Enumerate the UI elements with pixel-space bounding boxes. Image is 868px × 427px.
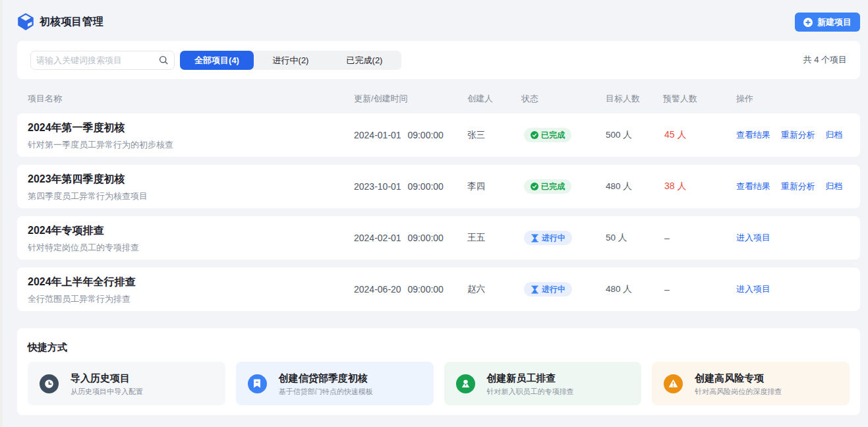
- table-row: 2024年专项排查 针对特定岗位员工的专项排查 2024-02-01 09:00…: [17, 216, 860, 260]
- shortcut-grid: 导入历史项目 从历史项目中导入配置 创建信贷部季度初核 基于信贷部门特点的快速模…: [28, 362, 850, 405]
- table-row: 2023年第四季度初核 第四季度员工异常行为核查项目 2023-10-01 09…: [17, 165, 860, 208]
- shortcut-import-history[interactable]: 导入历史项目 从历史项目中导入配置: [28, 362, 225, 405]
- cell-actions: 查看结果 重新分析 归档: [736, 129, 850, 141]
- check-circle-icon: [531, 183, 538, 190]
- new-project-label: 新建项目: [817, 16, 852, 28]
- hourglass-icon: [531, 285, 539, 294]
- shortcut-title: 导入历史项目: [71, 372, 143, 385]
- user-icon: [456, 374, 475, 393]
- action-view-results[interactable]: 查看结果: [736, 130, 770, 140]
- shortcut-title: 创建新员工排查: [487, 372, 574, 385]
- cell-target: 500 人: [606, 129, 663, 141]
- cell-target: 50 人: [606, 232, 663, 244]
- col-header-actions: 操作: [736, 93, 850, 105]
- shortcut-text: 导入历史项目 从历史项目中导入配置: [71, 372, 143, 397]
- shortcuts-title: 快捷方式: [28, 341, 850, 354]
- action-reanalyze[interactable]: 重新分析: [781, 181, 815, 191]
- cell-time: 2024-06-20 09:00:00: [354, 284, 467, 295]
- cell-creator: 张三: [467, 129, 521, 141]
- page-container: 初核项目管理 新建项目 全部项目(4) 进行中(2) 已完成(2) 共 4 个项…: [17, 13, 860, 415]
- shortcut-desc: 针对新入职员工的专项排查: [487, 387, 574, 397]
- cell-actions: 进入项目: [736, 232, 850, 244]
- total-count: 共 4 个项目: [803, 54, 847, 66]
- clock-icon: [40, 374, 59, 393]
- cell-status: 已完成: [521, 179, 606, 194]
- shortcut-desc: 基于信贷部门特点的快速模板: [279, 387, 373, 397]
- project-desc: 第四季度员工异常行为核查项目: [28, 190, 354, 202]
- search-input[interactable]: [30, 51, 175, 70]
- status-badge-running: 进行中: [524, 282, 572, 297]
- cell-time: 2023-10-01 09:00:00: [354, 181, 467, 192]
- project-title: 2023年第四季度初核: [28, 173, 354, 186]
- project-desc: 针对特定岗位员工的专项排查: [28, 242, 354, 254]
- cell-creator: 王五: [467, 232, 521, 244]
- cell-target: 480 人: [606, 181, 663, 192]
- col-header-target: 目标人数: [606, 93, 663, 105]
- shortcut-text: 创建信贷部季度初核 基于信贷部门特点的快速模板: [279, 372, 373, 397]
- table-row: 2024年第一季度初核 针对第一季度员工异常行为的初步核查 2024-01-01…: [17, 113, 860, 157]
- app-cube-logo-icon: [16, 12, 36, 32]
- new-project-button[interactable]: 新建项目: [795, 13, 860, 32]
- warning-icon: [664, 374, 683, 393]
- status-label: 已完成: [541, 130, 565, 141]
- shortcut-new-employee[interactable]: 创建新员工排查 针对新入职员工的专项排查: [444, 362, 642, 405]
- shortcut-credit-quarterly[interactable]: 创建信贷部季度初核 基于信贷部门特点的快速模板: [236, 362, 434, 405]
- action-view-results[interactable]: 查看结果: [736, 181, 770, 191]
- search-box: [30, 51, 175, 70]
- project-title: 2024年专项排查: [28, 224, 354, 238]
- bookmark-icon: [248, 374, 267, 393]
- page-title: 初核项目管理: [40, 15, 103, 29]
- cell-actions: 查看结果 重新分析 归档: [736, 181, 850, 192]
- cell-status: 进行中: [521, 282, 606, 297]
- cell-time: 2024-02-01 09:00:00: [354, 233, 467, 243]
- status-badge-running: 进行中: [524, 231, 572, 245]
- action-archive[interactable]: 归档: [825, 181, 842, 191]
- col-header-status: 状态: [521, 93, 606, 105]
- cell-warning: –: [663, 233, 736, 243]
- col-header-name: 项目名称: [28, 93, 354, 105]
- shortcut-desc: 从历史项目中导入配置: [71, 387, 143, 397]
- action-enter-project[interactable]: 进入项目: [736, 284, 770, 294]
- status-badge-done: 已完成: [524, 128, 571, 142]
- status-label: 进行中: [542, 284, 565, 295]
- project-title: 2024年上半年全行排查: [28, 275, 354, 289]
- status-badge-done: 已完成: [524, 179, 571, 194]
- toolbar-card: 全部项目(4) 进行中(2) 已完成(2) 共 4 个项目: [17, 41, 860, 79]
- status-label: 已完成: [541, 181, 565, 192]
- cell-warning: 45 人: [663, 129, 736, 141]
- shortcut-high-risk[interactable]: 创建高风险专项 针对高风险岗位的深度排查: [652, 362, 850, 405]
- action-archive[interactable]: 归档: [825, 130, 842, 140]
- shortcut-title: 创建信贷部季度初核: [279, 372, 373, 385]
- cell-target: 480 人: [606, 283, 663, 295]
- cell-project-name: 2024年第一季度初核 针对第一季度员工异常行为的初步核查: [28, 120, 354, 151]
- action-reanalyze[interactable]: 重新分析: [781, 130, 815, 140]
- project-desc: 针对第一季度员工异常行为的初步核查: [28, 139, 354, 151]
- table-header: 项目名称 更新/创建时间 创建人 状态 目标人数 预警人数 操作: [17, 79, 860, 113]
- col-header-creator: 创建人: [467, 93, 521, 105]
- tab-in-progress[interactable]: 进行中(2): [254, 51, 328, 70]
- shortcuts-section: 快捷方式 导入历史项目 从历史项目中导入配置: [17, 328, 860, 415]
- status-label: 进行中: [542, 233, 565, 244]
- action-enter-project[interactable]: 进入项目: [736, 233, 770, 242]
- cell-status: 已完成: [521, 128, 606, 142]
- cell-creator: 李四: [467, 181, 521, 192]
- cell-project-name: 2024年专项排查 针对特定岗位员工的专项排查: [28, 223, 354, 254]
- col-header-time: 更新/创建时间: [354, 93, 467, 105]
- project-desc: 全行范围员工异常行为排查: [28, 293, 354, 305]
- hourglass-icon: [531, 234, 539, 242]
- cell-actions: 进入项目: [736, 283, 850, 295]
- tab-all-projects[interactable]: 全部项目(4): [180, 51, 254, 70]
- table-row: 2024年上半年全行排查 全行范围员工异常行为排查 2024-06-20 09:…: [17, 268, 860, 311]
- cell-warning: –: [663, 284, 736, 295]
- project-title: 2024年第一季度初核: [28, 121, 354, 135]
- window-left-edge: [0, 0, 3, 427]
- cell-warning: 38 人: [663, 181, 736, 192]
- col-header-warning: 预警人数: [663, 93, 736, 105]
- cell-creator: 赵六: [467, 283, 521, 295]
- filter-tabs: 全部项目(4) 进行中(2) 已完成(2): [180, 51, 401, 70]
- shortcut-title: 创建高风险专项: [695, 372, 782, 385]
- tab-completed[interactable]: 已完成(2): [328, 51, 401, 70]
- shortcut-desc: 针对高风险岗位的深度排查: [695, 387, 782, 397]
- cell-project-name: 2024年上半年全行排查 全行范围员工异常行为排查: [28, 274, 354, 305]
- cell-time: 2024-01-01 09:00:00: [354, 130, 467, 140]
